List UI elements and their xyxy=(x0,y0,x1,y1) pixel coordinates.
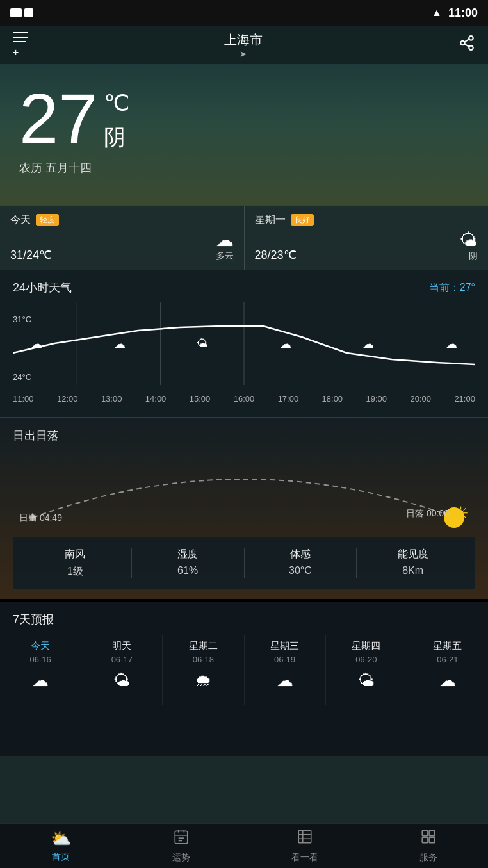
forecast-name-2: 星期二 xyxy=(165,640,241,652)
nav-home[interactable]: ⛅ 首页 xyxy=(40,824,81,868)
bottom-nav: ⛅ 首页 运势 看一看 服务 xyxy=(0,823,488,868)
forecast-name-4: 星期四 xyxy=(329,640,404,652)
nav-service[interactable]: 服务 xyxy=(409,823,448,868)
today-temp: 31/24℃ xyxy=(10,248,52,262)
nav-fortune[interactable]: 运势 xyxy=(162,823,200,868)
nav-explore[interactable]: 看一看 xyxy=(281,823,329,868)
humidity-cell: 湿度 61% xyxy=(132,548,245,578)
hourly-icons: ☁ ☁ 🌤 ☁ ☁ ☁ xyxy=(13,337,475,351)
explore-label: 看一看 xyxy=(291,852,318,864)
weather-description: 阴 xyxy=(104,123,129,152)
forecast-icon-1: 🌤 xyxy=(84,671,159,691)
svg-rect-23 xyxy=(429,837,435,843)
forecast-date-2: 06-18 xyxy=(165,655,241,664)
forecast-icon-4: 🌤 xyxy=(329,671,404,691)
svg-rect-16 xyxy=(298,830,311,843)
icon-13: ☁ xyxy=(114,337,126,351)
monday-temp: 28/23℃ xyxy=(255,248,297,262)
forecast-date-5: 06-21 xyxy=(410,655,485,664)
sunrise-arc: 日出 04:49 日落 00:00 ☀ xyxy=(13,454,475,530)
sunrise-time: 日出 04:49 xyxy=(19,512,62,524)
visibility-label: 能见度 xyxy=(357,548,469,561)
temp-high-label: 31°C xyxy=(13,315,31,324)
weather-details: 南风 1级 湿度 61% 体感 30°C 能见度 8Km xyxy=(13,537,475,589)
icon-15: 🌤 xyxy=(197,337,208,351)
24hr-title: 24小时天气 xyxy=(13,280,72,295)
forecast-icon-3: ☁ xyxy=(247,671,323,691)
visibility-value: 8Km xyxy=(357,565,469,577)
fortune-icon xyxy=(172,828,190,849)
menu-button[interactable]: + xyxy=(13,32,28,58)
forecast-date-4: 06-20 xyxy=(329,655,404,664)
day-strip: 今天 轻度 31/24℃ ☁ 多云 星期一 良好 28/23℃ 🌤 阴 xyxy=(0,205,488,270)
forecast-name-0: 今天 xyxy=(3,640,78,652)
svg-point-1 xyxy=(460,41,465,45)
home-icon: ⛅ xyxy=(51,829,71,849)
service-icon xyxy=(419,828,437,849)
lunar-date: 农历 五月十四 xyxy=(19,160,469,176)
visibility-cell: 能见度 8Km xyxy=(357,548,469,578)
temp-low-label: 24°C xyxy=(13,372,31,382)
monday-icon: 🌤 xyxy=(460,229,478,250)
hour-11: 11:00 xyxy=(13,394,34,404)
24hr-section: 24小时天气 当前：27° 31°C 24°C ☁ ☁ 🌤 ☁ ☁ ☁ 1 xyxy=(0,270,488,417)
service-label: 服务 xyxy=(419,852,437,864)
home-label: 首页 xyxy=(51,851,71,863)
main-weather-section: 27 ℃ 阴 农历 五月十四 xyxy=(0,64,488,205)
hour-20: 20:00 xyxy=(410,394,431,404)
forecast-icon-0: ☁ xyxy=(3,671,78,691)
hour-16: 16:00 xyxy=(234,394,255,404)
monday-cell[interactable]: 星期一 良好 28/23℃ 🌤 阴 xyxy=(245,206,489,270)
city-name: 上海市 xyxy=(224,31,263,49)
svg-rect-10 xyxy=(175,831,188,844)
explore-icon xyxy=(291,828,318,849)
header: + 上海市 ➤ xyxy=(0,26,488,64)
svg-rect-22 xyxy=(422,837,428,843)
wind-value: 1级 xyxy=(19,565,131,578)
humidity-label: 湿度 xyxy=(132,548,244,561)
hour-15: 15:00 xyxy=(190,394,211,404)
monday-quality: 良好 xyxy=(291,214,314,226)
forecast-day-1[interactable]: 明天 06-17 🌤 xyxy=(81,635,163,705)
forecast-name-1: 明天 xyxy=(84,640,159,652)
icon-19: ☁ xyxy=(362,337,374,351)
forecast-day-3[interactable]: 星期三 06-19 ☁ xyxy=(245,635,326,705)
temp-unit: ℃ xyxy=(104,90,129,117)
today-condition: 多云 xyxy=(216,250,234,262)
wind-label: 南风 xyxy=(19,548,131,561)
share-button[interactable] xyxy=(459,35,475,55)
hour-14: 14:00 xyxy=(145,394,167,404)
feels-like-value: 30°C xyxy=(245,565,357,577)
monday-label: 星期一 xyxy=(255,213,286,227)
icon-21: ☁ xyxy=(446,337,457,351)
today-icon: ☁ xyxy=(216,229,234,250)
hour-12: 12:00 xyxy=(57,394,78,404)
svg-point-2 xyxy=(469,45,473,50)
hour-13: 13:00 xyxy=(101,394,122,404)
sunrise-section: 日出日落 日出 04:49 日落 00:00 ☀ 南风 1级 湿度 61% 体感… xyxy=(0,417,488,599)
forecast-icon-2: 🌧 xyxy=(165,671,241,691)
feels-like-label: 体感 xyxy=(245,548,357,561)
forecast-day-0[interactable]: 今天 06-16 ☁ xyxy=(0,635,81,705)
forecast-day-5[interactable]: 星期五 06-21 ☁ xyxy=(407,635,488,705)
forecast-day-2[interactable]: 星期二 06-18 🌧 xyxy=(163,635,244,705)
forecast-icon-5: ☁ xyxy=(410,671,485,691)
svg-rect-20 xyxy=(422,830,428,836)
sunset-time: 日落 00:00 ☀ xyxy=(406,503,469,524)
icon-11: ☁ xyxy=(31,337,42,351)
forecast-title: 7天预报 xyxy=(0,612,488,635)
wifi-icon: ▲ xyxy=(432,7,442,19)
forecast-day-4[interactable]: 星期四 06-20 🌤 xyxy=(326,635,407,705)
fortune-label: 运势 xyxy=(172,852,190,864)
forecast-date-0: 06-16 xyxy=(3,655,78,664)
hour-17: 17:00 xyxy=(278,394,299,404)
battery-icon xyxy=(10,8,33,17)
temperature: 27 xyxy=(19,83,97,154)
forecast-date-1: 06-17 xyxy=(84,655,159,664)
status-time: 11:00 xyxy=(448,6,478,20)
today-cell[interactable]: 今天 轻度 31/24℃ ☁ 多云 xyxy=(0,206,245,270)
today-label: 今天 xyxy=(10,213,31,227)
location-icon: ➤ xyxy=(224,49,263,59)
7day-section: 7天预报 今天 06-16 ☁ 明天 06-17 🌤 星期二 06-18 🌧 星… xyxy=(0,599,488,705)
feels-like-cell: 体感 30°C xyxy=(245,548,357,578)
